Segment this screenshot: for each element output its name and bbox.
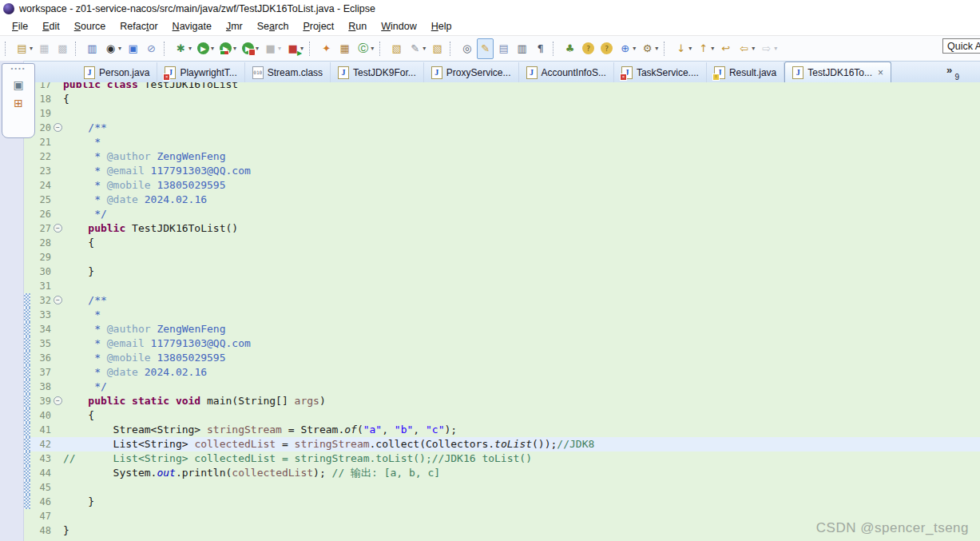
quick-access-input[interactable]: Quick A bbox=[942, 38, 980, 54]
last-edit-location-button[interactable]: ↩ bbox=[717, 38, 734, 59]
fold-collapse-icon[interactable]: − bbox=[54, 224, 62, 233]
tab-overflow-button[interactable]: »9 bbox=[946, 66, 959, 81]
code-line-32: 32− /** bbox=[24, 293, 980, 308]
window-title: workspace - z01-service-nacos/src/main/j… bbox=[19, 3, 375, 14]
menu-source[interactable]: Source bbox=[67, 19, 113, 34]
tab-close-icon[interactable]: × bbox=[878, 68, 883, 78]
method-range-indicator bbox=[24, 451, 30, 466]
mark-occurrences-toggle[interactable]: ✎ bbox=[477, 38, 494, 59]
code-text: } bbox=[63, 523, 69, 538]
run-button[interactable]: ▶▾ bbox=[195, 38, 216, 59]
menu-edit[interactable]: Edit bbox=[35, 19, 67, 34]
new-class-button-dropdown[interactable]: ▾ bbox=[371, 45, 374, 52]
next-annotation-button-dropdown[interactable]: ▾ bbox=[688, 45, 692, 52]
web-browser-button-dropdown[interactable]: ▾ bbox=[633, 45, 636, 52]
new-wizard-button[interactable]: ▤▾ bbox=[14, 38, 34, 59]
web-browser-button[interactable]: ⊕▾ bbox=[617, 38, 637, 59]
binary-file-button[interactable]: ▥ bbox=[84, 38, 101, 59]
open-type-button[interactable]: ▧ bbox=[388, 38, 405, 59]
menu-jmr[interactable]: Jmr bbox=[219, 19, 250, 34]
help-contents-button[interactable]: ? bbox=[598, 38, 615, 59]
restore-view-icon[interactable]: ▣ bbox=[13, 79, 23, 90]
tab-testjdk9for[interactable]: JTestJDK9For... bbox=[331, 62, 424, 82]
previous-annotation-button-dropdown[interactable]: ▾ bbox=[711, 45, 714, 52]
tab-proxyservice[interactable]: JProxyService... bbox=[424, 62, 519, 82]
menu-run[interactable]: Run bbox=[341, 19, 374, 34]
back-button[interactable]: ⇦▾ bbox=[736, 38, 756, 59]
coverage-button-dropdown[interactable]: ▾ bbox=[233, 45, 236, 52]
debug-button[interactable]: ✱▾ bbox=[173, 38, 193, 59]
line-number: 42 bbox=[30, 437, 53, 451]
menu-refactor[interactable]: Refactor bbox=[113, 19, 165, 34]
code-text: { bbox=[63, 408, 94, 423]
back-button-dropdown[interactable]: ▾ bbox=[752, 45, 755, 52]
tab-testjdk16to[interactable]: JTestJDK16To...× bbox=[784, 62, 891, 82]
menu-window[interactable]: Window bbox=[374, 19, 423, 34]
code-text: { bbox=[63, 92, 69, 106]
method-range-indicator bbox=[24, 437, 30, 451]
previous-annotation-button[interactable]: ↑▾ bbox=[695, 38, 716, 59]
line-number: 21 bbox=[30, 135, 53, 149]
new-markup-button[interactable]: ✎▾ bbox=[407, 38, 427, 59]
open-resource-button[interactable]: ▧ bbox=[429, 38, 446, 59]
help-search-button[interactable]: ? bbox=[580, 38, 597, 59]
tab-stream-class[interactable]: 010Stream.class bbox=[245, 62, 331, 82]
run-last-tool-button-dropdown[interactable]: ▾ bbox=[300, 45, 304, 52]
menu-file[interactable]: File bbox=[5, 19, 35, 34]
coverage-button[interactable]: ▶▾ bbox=[217, 38, 238, 59]
toolbar-separator bbox=[553, 42, 558, 56]
profile-button[interactable]: ▶▾ bbox=[240, 38, 260, 59]
fold-collapse-icon[interactable]: − bbox=[54, 123, 62, 132]
save-button: ▦ bbox=[36, 38, 53, 59]
tab-label: TaskService.... bbox=[637, 67, 699, 78]
debug-button-dropdown[interactable]: ▾ bbox=[188, 45, 192, 52]
new-markup-button-dropdown[interactable]: ▾ bbox=[423, 45, 426, 52]
next-annotation-button[interactable]: ↓▾ bbox=[673, 38, 693, 59]
tab-result-java[interactable]: J!Result.java bbox=[707, 62, 784, 82]
gutter-margin bbox=[24, 221, 30, 236]
clear-marks-button[interactable]: ⊘ bbox=[143, 38, 160, 59]
tab-person-java[interactable]: JPerson.java bbox=[77, 62, 157, 82]
code-text: */ bbox=[63, 380, 107, 394]
tab-playwrightt[interactable]: J×PlaywrightT... bbox=[157, 62, 244, 82]
line-number: 23 bbox=[30, 164, 53, 178]
run-button-dropdown[interactable]: ▾ bbox=[211, 45, 214, 52]
search-button[interactable]: ◎ bbox=[458, 38, 475, 59]
code-line-36: 36 * @mobile 13805029595 bbox=[24, 351, 980, 365]
menu-help[interactable]: Help bbox=[424, 19, 459, 34]
line-number: 36 bbox=[30, 351, 53, 365]
new-wizard-button-dropdown[interactable]: ▾ bbox=[30, 45, 33, 52]
fold-collapse-icon[interactable]: − bbox=[54, 396, 62, 405]
code-line-23: 23 * @email 117791303@QQ.com bbox=[24, 164, 980, 178]
toolbar-separator bbox=[164, 42, 169, 56]
tab-accountinfos[interactable]: JAccountInfoS... bbox=[519, 62, 614, 82]
profile-button-dropdown[interactable]: ▾ bbox=[256, 45, 259, 52]
menu-search[interactable]: Search bbox=[250, 19, 296, 34]
console-button[interactable]: ▣ bbox=[125, 38, 141, 59]
external-tools-button[interactable]: ⚙▾ bbox=[639, 38, 660, 59]
code-text: /** bbox=[63, 121, 107, 135]
panel-grip[interactable]: •••• bbox=[10, 66, 26, 72]
plugin-leaf-button[interactable]: ♣ bbox=[561, 38, 578, 59]
fold-collapse-icon[interactable]: − bbox=[54, 296, 62, 304]
external-tools-button-dropdown[interactable]: ▾ bbox=[655, 45, 658, 52]
tree-view-icon[interactable]: ⊞ bbox=[14, 97, 23, 109]
user-account-button-dropdown[interactable]: ▾ bbox=[118, 45, 121, 52]
tab-taskservice[interactable]: J×TaskService.... bbox=[614, 62, 707, 82]
next-edit-button[interactable]: ▤ bbox=[495, 38, 512, 59]
menu-navigate[interactable]: Navigate bbox=[165, 19, 219, 34]
code-text: * @mobile 13805029595 bbox=[63, 351, 226, 365]
code-editor[interactable]: 17public class TestJDK16ToList18{1920− /… bbox=[24, 82, 980, 541]
show-selected-element-toggle[interactable]: ▥ bbox=[514, 38, 530, 59]
show-whitespace-toggle[interactable]: ¶ bbox=[532, 38, 549, 59]
run-last-tool-button[interactable]: ■▶▾ bbox=[284, 38, 305, 59]
warning-badge-icon: ! bbox=[712, 74, 720, 81]
java-file-icon: J× bbox=[165, 66, 176, 79]
user-account-button[interactable]: ◉▾ bbox=[102, 38, 123, 59]
method-range-indicator bbox=[24, 423, 30, 437]
menu-project[interactable]: Project bbox=[296, 19, 341, 34]
code-text: * @date 2024.02.16 bbox=[63, 193, 207, 207]
new-java-wizard-button[interactable]: ✦ bbox=[318, 38, 335, 59]
new-class-button[interactable]: Ⓒ▾ bbox=[355, 38, 375, 59]
new-package-button[interactable]: ▦ bbox=[336, 38, 353, 59]
